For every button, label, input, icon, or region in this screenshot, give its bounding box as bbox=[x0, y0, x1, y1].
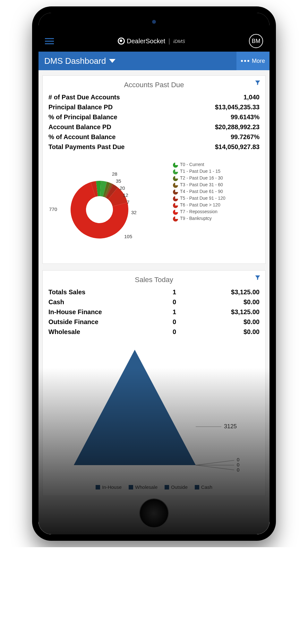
svg-marker-0 bbox=[74, 350, 196, 465]
sales-label: Totals Sales bbox=[48, 289, 158, 296]
sales-amount: $0.00 bbox=[192, 318, 260, 326]
legend-item: T6 - Past Due > 120 bbox=[173, 202, 260, 209]
donut-section: 770 28 35 20 12 7 32 105 T0 - CurrentT1 … bbox=[48, 162, 260, 258]
kv-row: % of Principal Balance99.6143% bbox=[48, 112, 260, 122]
legend-item: T0 - Current bbox=[173, 162, 260, 168]
page-title: DMS Dashboard bbox=[44, 56, 106, 66]
phone-screen: DealerSocket | iDMS BM DMS Dashboard Mor… bbox=[38, 13, 270, 534]
past-due-table: # of Past Due Accounts1,040Principal Bal… bbox=[48, 92, 260, 152]
legend-item: T1 - Past Due 1 - 15 bbox=[173, 168, 260, 175]
legend-bullet-icon bbox=[173, 203, 178, 208]
legend-label: In-House bbox=[102, 484, 122, 490]
svg-text:0: 0 bbox=[237, 462, 239, 467]
kv-label: Principal Balance PD bbox=[48, 104, 113, 111]
sub-header: DMS Dashboard More bbox=[38, 52, 270, 70]
sales-legend-item: Outside bbox=[165, 484, 188, 490]
filter-icon[interactable] bbox=[254, 274, 261, 282]
content-area: Accounts Past Due # of Past Due Accounts… bbox=[38, 70, 270, 534]
sales-row: Wholesale0$0.00 bbox=[48, 327, 260, 337]
brand-logo-icon bbox=[118, 38, 125, 45]
sales-amount: $0.00 bbox=[192, 328, 260, 336]
legend-label: T4 - Past Due 61 - 90 bbox=[180, 189, 223, 194]
donut-callout: 105 bbox=[124, 234, 132, 239]
sales-legend-item: In-House bbox=[96, 484, 122, 490]
sales-count: 0 bbox=[158, 318, 192, 326]
svg-text:0: 0 bbox=[237, 457, 239, 462]
sales-count: 0 bbox=[158, 328, 192, 336]
legend-bullet-icon bbox=[173, 216, 178, 222]
sales-label: Cash bbox=[48, 298, 158, 306]
legend-bullet-icon bbox=[173, 163, 178, 168]
legend-item: T7 - Repossession bbox=[173, 209, 260, 215]
kv-row: Total Payments Past Due$14,050,927.83 bbox=[48, 142, 260, 152]
app-header: DealerSocket | iDMS BM bbox=[38, 30, 270, 52]
legend-label: T2 - Past Due 16 - 30 bbox=[180, 176, 223, 180]
legend-item: T3 - Past Due 31 - 60 bbox=[173, 182, 260, 188]
card-accounts-past-due: Accounts Past Due # of Past Due Accounts… bbox=[42, 75, 266, 264]
chevron-down-icon bbox=[109, 59, 116, 63]
more-button[interactable]: More bbox=[236, 52, 270, 70]
sales-count: 0 bbox=[158, 298, 192, 306]
donut-chart: 770 28 35 20 12 7 32 105 bbox=[48, 162, 170, 258]
sales-count: 1 bbox=[158, 289, 192, 296]
brand-main: DealerSocket bbox=[127, 38, 165, 45]
kv-row: % of Account Balance99.7267% bbox=[48, 132, 260, 142]
legend-label: T9 - Bankruptcy bbox=[180, 216, 212, 221]
donut-callout: 7 bbox=[127, 199, 129, 205]
sales-row: Totals Sales1$3,125.00 bbox=[48, 287, 260, 297]
more-label: More bbox=[252, 58, 265, 64]
legend-label: Cash bbox=[201, 484, 212, 490]
legend-label: T5 - Past Due 91 - 120 bbox=[180, 196, 226, 201]
sales-table: Totals Sales1$3,125.00Cash0$0.00In-House… bbox=[48, 287, 260, 337]
legend-bullet-icon bbox=[173, 196, 178, 201]
phone-frame: DealerSocket | iDMS BM DMS Dashboard Mor… bbox=[32, 6, 276, 541]
filter-icon[interactable] bbox=[254, 79, 261, 87]
legend-label: T1 - Past Due 1 - 15 bbox=[180, 169, 220, 174]
legend-box-icon bbox=[165, 485, 169, 489]
kv-value: 99.7267% bbox=[231, 133, 260, 141]
avatar[interactable]: BM bbox=[249, 34, 263, 48]
sales-amount: $0.00 bbox=[192, 298, 260, 306]
donut-callout: 770 bbox=[49, 206, 57, 212]
sales-label: Wholesale bbox=[48, 328, 158, 336]
legend-item: T5 - Past Due 91 - 120 bbox=[173, 195, 260, 202]
svg-line-4 bbox=[196, 465, 234, 470]
legend-item: T4 - Past Due 61 - 90 bbox=[173, 188, 260, 195]
sales-label: Outside Finance bbox=[48, 318, 158, 326]
sales-pyramid-chart: 3125 0 0 0 bbox=[48, 343, 260, 481]
page-title-dropdown[interactable]: DMS Dashboard bbox=[44, 56, 116, 66]
sales-amount: $3,125.00 bbox=[192, 308, 260, 316]
home-button[interactable] bbox=[140, 499, 168, 527]
pyramid-value: 3125 bbox=[224, 423, 237, 430]
legend-label: T6 - Past Due > 120 bbox=[180, 203, 220, 207]
donut-callout: 32 bbox=[131, 210, 137, 215]
svg-line-2 bbox=[196, 460, 234, 465]
sales-row: Outside Finance0$0.00 bbox=[48, 317, 260, 327]
sales-legend-item: Cash bbox=[195, 484, 212, 490]
legend-label: Outside bbox=[171, 484, 188, 490]
legend-bullet-icon bbox=[173, 169, 178, 174]
avatar-initials: BM bbox=[252, 38, 261, 45]
legend-box-icon bbox=[129, 485, 133, 489]
card-title: Sales Today bbox=[48, 274, 260, 287]
legend-label: T3 - Past Due 31 - 60 bbox=[180, 182, 223, 187]
menu-icon[interactable] bbox=[45, 38, 54, 44]
kv-value: 1,040 bbox=[244, 94, 260, 101]
kv-label: # of Past Due Accounts bbox=[48, 94, 120, 101]
legend-bullet-icon bbox=[173, 189, 178, 195]
sales-label: In-House Finance bbox=[48, 308, 158, 316]
sales-row: Cash0$0.00 bbox=[48, 297, 260, 307]
kv-value: 99.6143% bbox=[231, 113, 260, 121]
brand-sub: iDMS bbox=[173, 38, 185, 44]
sales-row: In-House Finance1$3,125.00 bbox=[48, 307, 260, 317]
legend-label: T0 - Current bbox=[180, 162, 204, 167]
donut-callout: 35 bbox=[116, 178, 121, 184]
phone-camera bbox=[152, 20, 156, 24]
card-title: Accounts Past Due bbox=[48, 79, 260, 92]
kv-row: Account Balance PD$20,288,992.23 bbox=[48, 122, 260, 132]
legend-item: T9 - Bankruptcy bbox=[173, 215, 260, 222]
kv-row: # of Past Due Accounts1,040 bbox=[48, 92, 260, 102]
kv-value: $20,288,992.23 bbox=[215, 123, 260, 131]
legend-label: T7 - Repossession bbox=[180, 209, 218, 214]
sales-amount: $3,125.00 bbox=[192, 289, 260, 296]
